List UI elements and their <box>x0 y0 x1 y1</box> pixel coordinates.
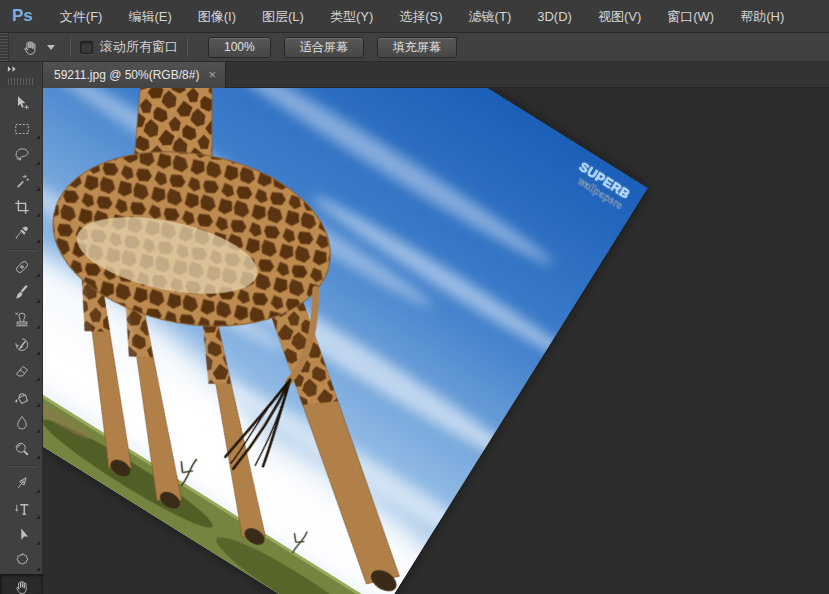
flyout-triangle-icon <box>36 403 40 407</box>
clone-stamp-tool[interactable] <box>0 306 43 332</box>
flyout-triangle-icon <box>36 161 40 165</box>
menu-item-select[interactable]: 选择(S) <box>386 0 455 33</box>
pen-tool[interactable] <box>0 470 43 496</box>
flyout-triangle-icon <box>36 515 40 519</box>
flyout-triangle-icon <box>36 187 40 191</box>
menu-item-layer[interactable]: 图层(L) <box>249 0 317 33</box>
scroll-all-windows-checkbox[interactable] <box>80 41 93 54</box>
tools-panel-header <box>0 62 43 88</box>
spot-healing-brush-tool[interactable] <box>0 254 43 280</box>
chevron-down-icon[interactable] <box>47 45 55 50</box>
document-tab[interactable]: 59211.jpg @ 50%(RGB/8#) × <box>43 62 226 88</box>
menu-items: 文件(F)编辑(E)图像(I)图层(L)类型(Y)选择(S)滤镜(T)3D(D)… <box>47 0 797 32</box>
rectangular-marquee-tool[interactable] <box>0 116 43 142</box>
flyout-triangle-icon <box>36 489 40 493</box>
menu-item-file[interactable]: 文件(F) <box>47 0 116 33</box>
scroll-all-windows-label[interactable]: 滚动所有窗口 <box>100 38 178 56</box>
flyout-triangle-icon <box>36 239 40 243</box>
fit-screen-button[interactable]: 适合屏幕 <box>284 37 364 58</box>
giraffe-photo: SUPERB wallpapers <box>43 88 648 594</box>
options-bar: 滚动所有窗口 100%适合屏幕填充屏幕 <box>0 33 829 62</box>
tools-panel-grip[interactable] <box>0 75 42 88</box>
custom-shape-tool[interactable] <box>0 548 43 574</box>
blur-tool[interactable] <box>0 410 43 436</box>
tools-separator <box>6 465 36 467</box>
eyedropper-tool[interactable] <box>0 220 43 246</box>
flyout-triangle-icon <box>36 377 40 381</box>
fill-screen-button[interactable]: 填充屏幕 <box>377 37 457 58</box>
path-selection-tool[interactable] <box>0 522 43 548</box>
photoshop-window: Ps 文件(F)编辑(E)图像(I)图层(L)类型(Y)选择(S)滤镜(T)3D… <box>0 0 829 594</box>
photo-image[interactable]: SUPERB wallpapers <box>43 88 648 594</box>
options-bar-grip[interactable] <box>0 33 9 61</box>
canvas-area[interactable]: SUPERB wallpapers <box>43 88 829 594</box>
menu-item-help[interactable]: 帮助(H) <box>727 0 797 33</box>
flyout-triangle-icon <box>36 325 40 329</box>
flyout-triangle-icon <box>36 541 40 545</box>
menu-item-edit[interactable]: 编辑(E) <box>115 0 184 33</box>
flyout-triangle-icon <box>36 135 40 139</box>
tools-panel <box>0 88 43 594</box>
magic-wand-tool[interactable] <box>0 168 43 194</box>
tools-separator <box>6 249 36 251</box>
menu-item-type[interactable]: 类型(Y) <box>317 0 386 33</box>
flyout-triangle-icon <box>36 213 40 217</box>
flyout-triangle-icon <box>36 429 40 433</box>
menu-item-view[interactable]: 视图(V) <box>585 0 654 33</box>
flyout-triangle-icon <box>36 299 40 303</box>
flyout-triangle-icon <box>36 567 40 571</box>
menu-item-3d[interactable]: 3D(D) <box>524 0 585 33</box>
hand-tool[interactable] <box>0 574 43 594</box>
eraser-tool[interactable] <box>0 358 43 384</box>
menu-item-window[interactable]: 窗口(W) <box>654 0 727 33</box>
tab-close-icon[interactable]: × <box>208 69 216 81</box>
separator <box>187 37 188 57</box>
menu-item-filter[interactable]: 滤镜(T) <box>456 0 525 33</box>
double-chevron-icon[interactable] <box>0 62 42 75</box>
menu-bar: Ps 文件(F)编辑(E)图像(I)图层(L)类型(Y)选择(S)滤镜(T)3D… <box>0 0 829 33</box>
hand-icon <box>21 38 40 57</box>
move-tool[interactable] <box>0 90 43 116</box>
type-tool-tool[interactable] <box>0 496 43 522</box>
tab-bar: 59211.jpg @ 50%(RGB/8#) × <box>0 62 829 88</box>
actual-pixels-button[interactable]: 100% <box>208 37 271 58</box>
paint-bucket-tool[interactable] <box>0 384 43 410</box>
zoom-buttons: 100%适合屏幕填充屏幕 <box>208 37 457 58</box>
brush-tool[interactable] <box>0 280 43 306</box>
document-tab-title: 59211.jpg @ 50%(RGB/8#) <box>54 68 199 82</box>
flyout-triangle-icon <box>36 273 40 277</box>
menu-item-image[interactable]: 图像(I) <box>185 0 249 33</box>
lasso-tool[interactable] <box>0 142 43 168</box>
flyout-triangle-icon <box>36 351 40 355</box>
separator <box>70 37 71 57</box>
history-brush-tool[interactable] <box>0 332 43 358</box>
ps-logo: Ps <box>12 6 33 26</box>
crop-tool[interactable] <box>0 194 43 220</box>
flyout-triangle-icon <box>36 455 40 459</box>
dodge-tool[interactable] <box>0 436 43 462</box>
